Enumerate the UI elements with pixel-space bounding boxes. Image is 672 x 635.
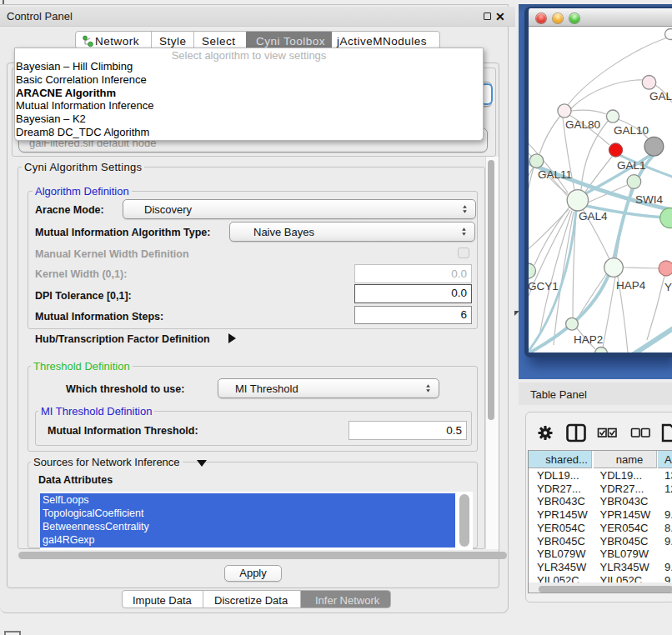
- svg-text:GAL: GAL: [649, 90, 672, 102]
- svg-text:GAL4: GAL4: [579, 210, 608, 222]
- svg-text:HAP2: HAP2: [574, 333, 603, 346]
- svg-text:GAL10: GAL10: [614, 124, 649, 137]
- svg-text:SWI4: SWI4: [635, 193, 663, 206]
- svg-text:GCY1: GCY1: [529, 280, 559, 292]
- svg-text:GAL1: GAL1: [617, 159, 646, 172]
- svg-text:Y: Y: [664, 281, 672, 293]
- svg-text:HAP4: HAP4: [616, 279, 646, 292]
- svg-text:GAL80: GAL80: [565, 118, 600, 131]
- svg-text:GAL11: GAL11: [538, 168, 572, 181]
